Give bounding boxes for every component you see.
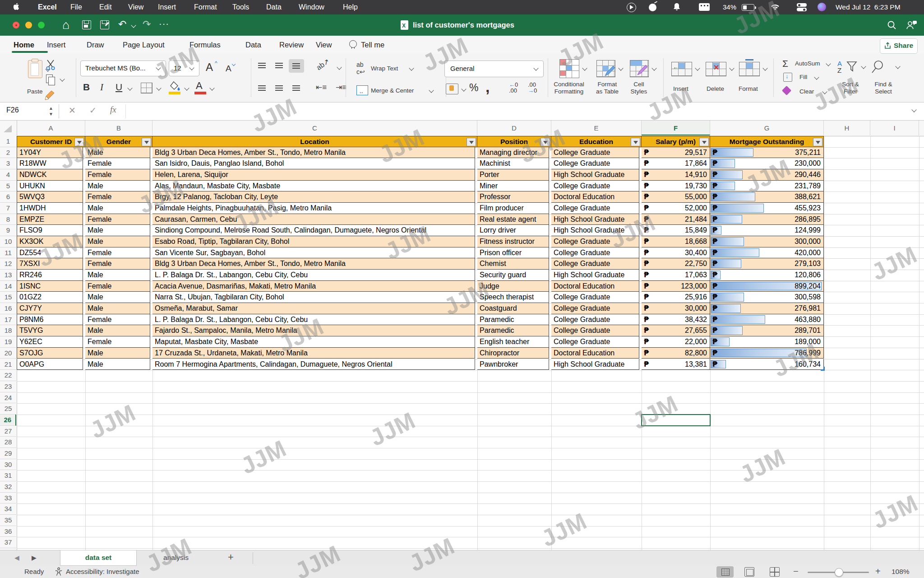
cell-E17[interactable]: College Graduate [551,314,639,326]
apple-menu-icon[interactable] [14,3,20,11]
cell-G13[interactable]: ₱120,806 [710,270,824,281]
cell-E19[interactable]: College Graduate [551,336,639,348]
cell-C20[interactable]: 17 Cruzada St., Urdaneta, Makati, Metro … [152,348,475,359]
cell-A20[interactable]: S7OJG [17,348,83,359]
cell-A19[interactable]: Y62EC [17,336,83,348]
borders-dropdown-chevron[interactable] [156,85,161,90]
menu-bar-clock[interactable]: Wed Jul 12 6:23 PM [836,0,901,14]
menu-view[interactable]: View [128,0,143,14]
cell-E3[interactable]: College Graduate [551,158,639,169]
name-box-stepper[interactable]: ▲▼ [49,105,53,117]
row-header-16[interactable]: 16 [0,303,16,314]
cell-A21[interactable]: O0APG [17,359,83,370]
cell-B18[interactable]: Male [85,325,150,336]
cut-icon[interactable] [45,59,56,71]
row-header-37[interactable]: 37 [0,537,16,548]
cell-D19[interactable]: English teacher [477,336,549,348]
column-header-G[interactable]: G [710,121,824,135]
row-header-12[interactable]: 12 [0,258,16,270]
sort-filter-chevron[interactable] [861,64,866,69]
row-header-17[interactable]: 17 [0,314,16,326]
cell-E7[interactable]: College Graduate [551,203,639,214]
row-header-35[interactable]: 35 [0,515,16,526]
column-header-H[interactable]: H [824,121,870,135]
increase-font-icon[interactable]: A^ [206,61,213,74]
menu-format[interactable]: Format [194,0,217,14]
sort-filter-icon[interactable]: AZ [837,60,842,74]
align-top-icon[interactable] [258,63,266,64]
cell-D18[interactable]: Paramedic [477,325,549,336]
align-bottom-button[interactable] [289,59,304,73]
cell-E6[interactable]: Doctoral Education [551,191,639,203]
save-icon[interactable] [82,20,91,29]
row-header-9[interactable]: 9 [0,225,16,236]
cell-D16[interactable]: Coastguard [477,303,549,314]
cell-F18[interactable]: ₱27,655 [642,325,710,336]
row-header-1[interactable]: 1 [0,136,16,147]
column-header-I[interactable]: I [870,121,919,135]
align-left-icon[interactable] [258,85,266,86]
zoom-in-button[interactable]: + [875,566,881,577]
cell-A17[interactable]: P8NM6 [17,314,83,326]
menu-data[interactable]: Data [266,0,282,14]
cell-E18[interactable]: College Graduate [551,325,639,336]
column-header-A[interactable]: A [17,121,85,135]
cell-G15[interactable]: ₱300,598 [710,292,824,303]
cell-D13[interactable]: Security guard [477,270,549,281]
cell-C6[interactable]: Brgy. 12 Palanog, Tacloban City, Leyte [152,191,475,203]
cell-D4[interactable]: Porter [477,169,549,181]
row-header-18[interactable]: 18 [0,325,16,336]
prev-sheet-arrow[interactable]: ◀ [14,554,19,561]
cell-styles-label[interactable]: CellStyles [621,81,657,95]
find-select-label[interactable]: Find &Select [863,81,904,95]
keyboard-icon[interactable] [699,3,710,11]
menu-tools[interactable]: Tools [232,0,249,14]
cell-G11[interactable]: ₱420,000 [710,247,824,259]
cell-C3[interactable]: San Isidro, Dauis, Panglao Island, Bohol [152,158,475,169]
filter-button-salary-p-m[interactable] [699,138,709,146]
increase-indent-icon[interactable]: ⇥≡ [336,83,346,92]
cell-E5[interactable]: College Graduate [551,181,639,192]
row-header-10[interactable]: 10 [0,236,16,247]
align-right-icon[interactable] [292,85,300,86]
row-header-21[interactable]: 21 [0,359,16,370]
comma-style-icon[interactable]: , [485,78,490,96]
cell-B20[interactable]: Male [85,348,150,359]
cell-G8[interactable]: ₱286,895 [710,214,824,225]
row-header-2[interactable]: 2 [0,147,16,158]
cancel-entry-icon[interactable]: ✕ [69,105,76,116]
format-cells-chevron[interactable] [762,65,767,70]
page-layout-view-button[interactable] [744,567,754,577]
cell-C8[interactable]: Caurasan, Carmen, Cebu [152,214,475,225]
fill-icon[interactable]: ↓ [783,73,792,82]
accessibility-status[interactable]: Accessibility: Investigate [66,568,139,575]
cell-F5[interactable]: ₱19,730 [642,181,710,192]
search-icon[interactable] [887,20,896,30]
cell-C16[interactable]: Osmeña, Marabut, Samar [152,303,475,314]
decrease-decimal-icon[interactable]: .00→0 [528,82,537,93]
row-header-19[interactable]: 19 [0,336,16,348]
row-header-4[interactable]: 4 [0,169,16,181]
copy-icon[interactable] [46,75,53,83]
row-header-24[interactable]: 24 [0,392,16,404]
paste-icon[interactable] [28,60,42,78]
cell-B9[interactable]: Male [85,225,150,236]
cell-D9[interactable]: Lorry driver [477,225,549,236]
autosum-label[interactable]: AutoSum [795,60,820,67]
add-sheet-button[interactable]: + [228,551,234,563]
fill-chevron[interactable] [814,75,819,79]
cell-C15[interactable]: Narra St., Ubujan, Tagbilaran City, Boho… [152,292,475,303]
cell-G12[interactable]: ₱279,103 [710,258,824,270]
cell-F10[interactable]: ₱18,668 [642,236,710,247]
cell-G9[interactable]: ₱124,999 [710,225,824,236]
name-box[interactable]: F26 [6,106,19,114]
cell-styles-icon[interactable] [630,60,649,77]
format-as-table-chevron[interactable] [618,65,623,70]
column-header-E[interactable]: E [551,121,642,135]
next-sheet-arrow[interactable]: ▶ [32,554,37,561]
borders-icon[interactable] [141,83,152,93]
cell-A18[interactable]: T5VYG [17,325,83,336]
cell-F16[interactable]: ₱30,000 [642,303,710,314]
insert-cells-icon[interactable]: ← [671,62,692,76]
accessibility-icon[interactable] [54,567,63,576]
